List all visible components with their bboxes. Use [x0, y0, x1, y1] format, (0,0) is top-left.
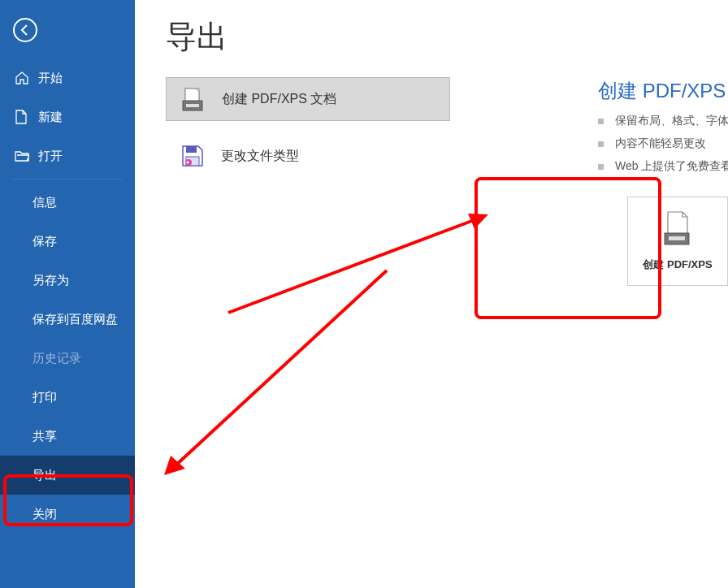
option-create-pdfxps[interactable]: 创建 PDF/XPS 文档 [166, 77, 450, 121]
sidebar-item-saveas[interactable]: 另存为 [0, 261, 135, 300]
sidebar-item-label: 保存 [32, 234, 57, 249]
sidebar-item-save[interactable]: 保存 [0, 222, 135, 261]
svg-rect-7 [669, 236, 685, 240]
sidebar-item-label: 开始 [38, 71, 63, 86]
export-detail-panel: 创建 PDF/XPS 文档 保留布局、格式、字体和图像 内容不能轻易更改 Web… [598, 78, 728, 286]
pdf-publish-icon [661, 210, 694, 249]
save-type-icon [179, 142, 206, 170]
annotation-arrow-down [159, 264, 395, 479]
sidebar-item-export[interactable]: 导出 [0, 456, 135, 495]
sidebar-item-label: 信息 [32, 195, 57, 210]
sidebar-item-label: 打印 [32, 390, 57, 405]
bullet-square-icon [598, 119, 604, 124]
bullet-item: Web 上提供了免费查看器 [598, 159, 728, 174]
back-arrow-icon [19, 24, 32, 37]
svg-marker-9 [468, 214, 488, 229]
create-pdfxps-button[interactable]: 创建 PDF/XPS [627, 197, 728, 286]
back-button[interactable] [13, 18, 37, 42]
svg-line-10 [174, 270, 387, 467]
svg-rect-3 [186, 146, 197, 153]
sidebar-item-label: 共享 [32, 429, 57, 444]
svg-rect-2 [186, 104, 199, 107]
option-label: 更改文件类型 [221, 148, 299, 165]
sidebar-item-new[interactable]: 新建 [0, 97, 135, 136]
page-title: 导出 [166, 16, 728, 58]
annotation-arrow-right [224, 211, 492, 317]
sidebar-item-label: 导出 [32, 468, 57, 483]
sidebar-item-label: 新建 [38, 110, 63, 125]
create-button-label: 创建 PDF/XPS [643, 257, 712, 272]
sidebar-item-label: 打开 [38, 149, 63, 164]
bullet-item: 内容不能轻易更改 [598, 136, 728, 151]
option-change-filetype[interactable]: 更改文件类型 [166, 134, 450, 178]
sidebar-item-label: 关闭 [32, 507, 57, 522]
sidebar-item-close[interactable]: 关闭 [0, 495, 135, 534]
sidebar-separator [13, 179, 122, 179]
sidebar-item-share[interactable]: 共享 [0, 417, 135, 456]
sidebar-item-history: 历史记录 [0, 339, 135, 378]
home-icon [15, 71, 29, 85]
sidebar-item-label: 保存到百度网盘 [32, 312, 118, 327]
svg-line-8 [228, 219, 476, 313]
pdf-icon [180, 85, 207, 113]
sidebar-item-savetobaidu[interactable]: 保存到百度网盘 [0, 300, 135, 339]
sidebar-item-label: 历史记录 [32, 351, 81, 366]
detail-bullets: 保留布局、格式、字体和图像 内容不能轻易更改 Web 上提供了免费查看器 [598, 114, 728, 174]
folder-icon [15, 149, 29, 162]
detail-title: 创建 PDF/XPS 文档 [598, 78, 728, 104]
newfile-icon [15, 110, 29, 124]
bullet-item: 保留布局、格式、字体和图像 [598, 114, 728, 128]
sidebar-item-info[interactable]: 信息 [0, 183, 135, 222]
main-panel: 导出 创建 PDF/XPS 文档 [135, 0, 728, 588]
sidebar-item-label: 另存为 [32, 273, 69, 288]
option-label: 创建 PDF/XPS 文档 [222, 91, 336, 108]
sidebar-item-home[interactable]: 开始 [0, 58, 135, 97]
bullet-square-icon [598, 141, 604, 147]
backstage-sidebar: 开始 新建 打开 信息 保存 另存为 保存到百度网盘 历史记录 打印 共享 导出… [0, 0, 135, 588]
svg-marker-11 [164, 456, 185, 475]
sidebar-item-open[interactable]: 打开 [0, 136, 135, 175]
bullet-square-icon [598, 164, 604, 170]
sidebar-item-print[interactable]: 打印 [0, 378, 135, 417]
